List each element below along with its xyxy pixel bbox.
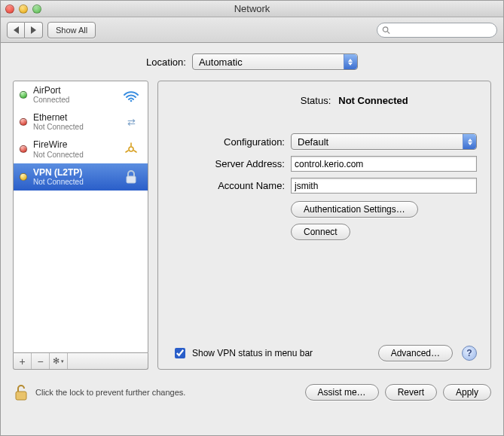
configuration-popup[interactable]: Default — [291, 133, 477, 150]
location-value: Automatic — [199, 56, 243, 68]
firewire-icon — [121, 142, 142, 157]
search-field[interactable] — [377, 23, 497, 38]
sidebar-item-label: VPN (L2TP) — [33, 168, 84, 178]
configuration-label: Configuration: — [172, 136, 285, 148]
zoom-window-button[interactable] — [32, 5, 41, 14]
location-label: Location: — [146, 56, 186, 68]
status-label: Status: — [240, 95, 331, 106]
lock-icon — [121, 169, 142, 185]
forward-button[interactable] — [25, 22, 43, 38]
wifi-icon — [121, 87, 142, 102]
sidebar-item-label: AirPort — [33, 86, 69, 96]
sidebar-item-status: Not Connected — [33, 151, 84, 159]
sidebar-item-vpn[interactable]: VPN (L2TP) Not Connected — [14, 163, 148, 191]
assist-me-button[interactable]: Assist me… — [305, 384, 379, 401]
sidebar-item-status: Connected — [33, 96, 69, 104]
authentication-settings-button[interactable]: Authentication Settings… — [291, 201, 418, 218]
server-address-input[interactable] — [291, 156, 477, 172]
svg-point-0 — [383, 26, 387, 31]
svg-text:⇄: ⇄ — [127, 117, 136, 128]
connect-button[interactable]: Connect — [291, 224, 350, 240]
toolbar: Show All — [1, 17, 503, 43]
svg-point-4 — [129, 147, 133, 151]
configuration-value: Default — [298, 136, 328, 148]
sidebar-item-status: Not Connected — [33, 123, 84, 131]
sidebar-item-firewire[interactable]: FireWire Not Connected — [14, 136, 148, 163]
show-vpn-status-checkbox[interactable] — [175, 348, 185, 358]
add-interface-button[interactable]: + — [14, 353, 32, 369]
popup-arrows-icon — [344, 54, 357, 69]
ethernet-icon: ⇄ — [121, 114, 142, 130]
interfaces-list: AirPort Connected Ethernet Not Connected — [13, 81, 148, 353]
sidebar-tools: + − ✻ ▾ — [13, 353, 148, 370]
help-button[interactable]: ? — [462, 346, 477, 361]
svg-rect-6 — [16, 392, 26, 400]
sidebar-item-airport[interactable]: AirPort Connected — [14, 81, 148, 108]
sidebar-item-label: FireWire — [33, 140, 84, 150]
footer: Click the lock to prevent further change… — [1, 376, 503, 412]
popup-arrows-icon — [463, 134, 476, 149]
status-dot-icon — [20, 91, 27, 99]
sidebar-item-status: Not Connected — [33, 178, 84, 186]
svg-rect-5 — [127, 176, 136, 183]
sidebar-item-ethernet[interactable]: Ethernet Not Connected ⇄ — [14, 108, 148, 136]
account-name-label: Account Name: — [172, 180, 285, 191]
location-popup[interactable]: Automatic — [192, 53, 358, 70]
show-vpn-status-label: Show VPN status in menu bar — [192, 348, 313, 358]
actions-menu-button[interactable]: ✻ ▾ — [50, 353, 68, 369]
remove-interface-button[interactable]: − — [32, 353, 50, 369]
lock-open-icon[interactable] — [13, 383, 29, 401]
close-window-button[interactable] — [5, 5, 14, 14]
forward-icon — [31, 26, 36, 34]
status-dot-icon — [20, 145, 27, 153]
status-value: Not Connected — [338, 95, 408, 106]
svg-line-1 — [387, 31, 389, 33]
gear-icon: ✻ — [53, 356, 60, 366]
show-all-button[interactable]: Show All — [47, 22, 96, 38]
detail-panel: Status: Not Connected Configuration: Def… — [157, 81, 491, 370]
search-input[interactable] — [390, 25, 492, 35]
network-prefpane-window: Network Show All Location: Automatic — [0, 0, 504, 436]
chevron-down-icon: ▾ — [61, 358, 64, 364]
svg-point-2 — [130, 100, 133, 102]
window-controls — [5, 5, 41, 14]
sidebar-item-label: Ethernet — [33, 113, 84, 123]
account-name-input[interactable] — [291, 178, 477, 194]
lock-hint-text: Click the lock to prevent further change… — [35, 388, 185, 397]
apply-button[interactable]: Apply — [443, 384, 491, 401]
status-dot-icon — [20, 173, 27, 181]
minimize-window-button[interactable] — [19, 5, 28, 14]
window-title: Network — [1, 3, 503, 14]
nav-segment — [7, 22, 43, 38]
back-button[interactable] — [7, 22, 25, 38]
back-icon — [14, 26, 19, 34]
advanced-button[interactable]: Advanced… — [378, 345, 453, 361]
revert-button[interactable]: Revert — [385, 384, 437, 401]
server-address-label: Server Address: — [172, 158, 285, 169]
titlebar: Network — [1, 1, 503, 17]
location-row: Location: Automatic — [13, 53, 491, 70]
status-dot-icon — [20, 118, 27, 126]
search-icon — [382, 26, 390, 35]
